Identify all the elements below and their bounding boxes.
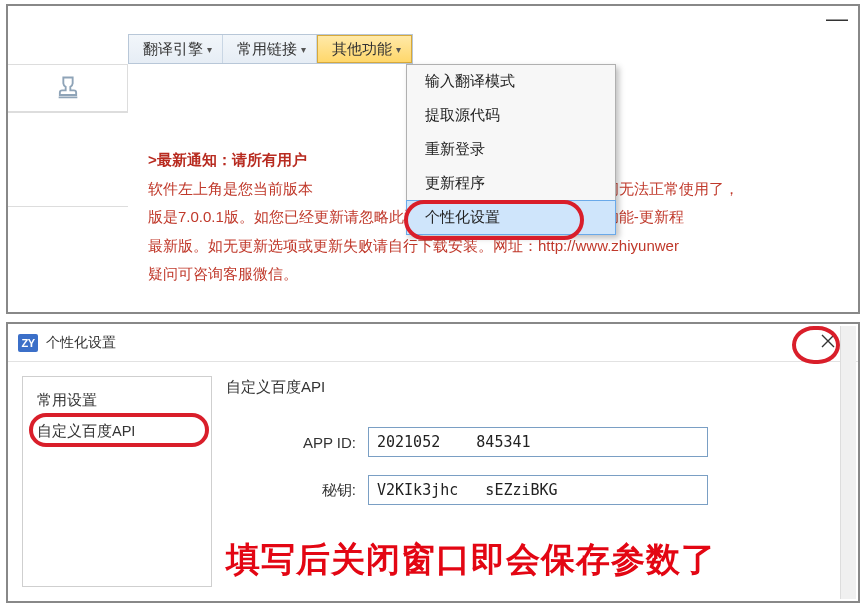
menu-label: 翻译引擎 xyxy=(143,40,203,59)
dropdown-item-extract-source[interactable]: 提取源代码 xyxy=(407,99,615,133)
minimize-icon[interactable]: — xyxy=(826,8,848,30)
dropdown-item-relogin[interactable]: 重新登录 xyxy=(407,133,615,167)
other-functions-dropdown: 输入翻译模式 提取源代码 重新登录 更新程序 个性化设置 xyxy=(406,64,616,235)
menu-label: 其他功能 xyxy=(332,40,392,59)
notice-text: 疑问可咨询客服微信。 xyxy=(148,260,848,289)
menu-common-links[interactable]: 常用链接 ▾ xyxy=(223,35,317,63)
form-row-secret: 秘钥: xyxy=(276,475,832,505)
menu-bar: 翻译引擎 ▾ 常用链接 ▾ 其他功能 ▾ xyxy=(128,34,413,64)
secret-input[interactable] xyxy=(368,475,708,505)
form-row-appid: APP ID: xyxy=(276,427,832,457)
caret-down-icon: ▾ xyxy=(396,44,401,55)
stamp-icon[interactable] xyxy=(54,74,82,102)
appid-input[interactable] xyxy=(368,427,708,457)
close-icon xyxy=(820,333,836,349)
form-area: 自定义百度API APP ID: 秘钥: 填写后关闭窗口即会保存参数了 xyxy=(226,376,832,587)
notice-text: 最新版。如无更新选项或更新失败请自行下载安装。网址：http://www.zhi… xyxy=(148,232,848,261)
caret-down-icon: ▾ xyxy=(207,44,212,55)
app-logo-icon: ZY xyxy=(18,334,38,352)
toolbar-left-section xyxy=(8,64,128,112)
sidebar-item-common[interactable]: 常用设置 xyxy=(23,385,211,416)
instruction-note: 填写后关闭窗口即会保存参数了 xyxy=(226,537,832,583)
notice-title: >最新通知：请所有用户 xyxy=(148,151,307,168)
dialog-body: 常用设置 自定义百度API 自定义百度API APP ID: 秘钥: 填写后关闭… xyxy=(8,362,858,601)
menu-other-functions[interactable]: 其他功能 ▾ xyxy=(317,35,412,63)
sidebar-item-baidu-api[interactable]: 自定义百度API xyxy=(23,416,211,447)
dialog-titlebar: ZY 个性化设置 xyxy=(8,324,858,362)
menu-label: 常用链接 xyxy=(237,40,297,59)
dropdown-item-update[interactable]: 更新程序 xyxy=(407,167,615,201)
divider xyxy=(8,112,128,113)
dropdown-item-input-mode[interactable]: 输入翻译模式 xyxy=(407,65,615,99)
divider xyxy=(8,206,128,207)
dialog-title: 个性化设置 xyxy=(46,334,116,352)
main-app-window: — 翻译引擎 ▾ 常用链接 ▾ 其他功能 ▾ 输入翻译模式 提取源代码 重新登录… xyxy=(6,4,860,314)
notice-text: 软件左上角是您当前版本 xyxy=(148,180,313,197)
secret-label: 秘钥: xyxy=(276,481,356,500)
caret-down-icon: ▾ xyxy=(301,44,306,55)
settings-sidebar: 常用设置 自定义百度API xyxy=(22,376,212,587)
personalization-dialog: ZY 个性化设置 常用设置 自定义百度API 自定义百度API APP ID: … xyxy=(6,322,860,603)
scrollbar[interactable] xyxy=(840,326,856,599)
menu-translation-engine[interactable]: 翻译引擎 ▾ xyxy=(129,35,223,63)
form-section-title: 自定义百度API xyxy=(226,378,832,397)
dropdown-item-personalization[interactable]: 个性化设置 xyxy=(406,200,616,235)
appid-label: APP ID: xyxy=(276,434,356,451)
